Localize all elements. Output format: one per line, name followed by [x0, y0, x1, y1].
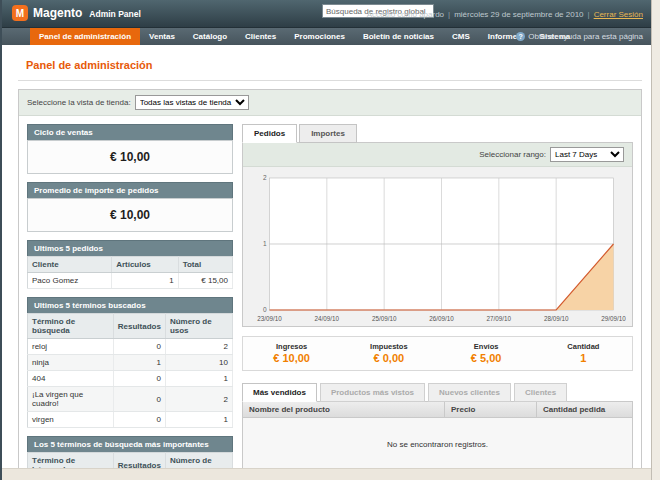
- page-footer: [2, 468, 651, 480]
- widget-title: Promedio de importe de pedidos: [27, 182, 233, 198]
- dashboard-main-panel: Pedidos Importes Seleccionar rango: Last…: [242, 124, 633, 471]
- tab-productos-mas-vistos[interactable]: Productos más vistos: [320, 383, 425, 402]
- widget-last-search-terms: Ultimos 5 términos buscados Término de b…: [27, 297, 233, 428]
- store-view-select[interactable]: Todas las vistas de tienda: [135, 95, 249, 110]
- widget-title: Ultimos 5 pedidos: [27, 240, 233, 256]
- col-header: Cantidad pedida: [536, 402, 632, 417]
- magento-logo-icon: M: [12, 5, 28, 21]
- nav-item-cms[interactable]: CMS: [443, 28, 479, 45]
- top-header: M Magento Admin Panel Accedió como apard…: [2, 0, 651, 28]
- title-bar: Panel de administración: [18, 53, 642, 81]
- tab-nuevos-clientes[interactable]: Nuevos clientes: [428, 383, 511, 402]
- nav-item-sales[interactable]: Ventas: [140, 28, 184, 45]
- stat-label: Cantidad: [535, 342, 632, 351]
- range-label: Seleccionar rango:: [479, 150, 546, 159]
- nav-item-catalog[interactable]: Catálogo: [184, 28, 236, 45]
- sales-cycle-value: € 10,00: [27, 140, 233, 174]
- widget-sales-cycle: Ciclo de ventas € 10,00: [27, 124, 233, 174]
- svg-text:24/09/10: 24/09/10: [315, 315, 340, 322]
- orders-chart: 01223/09/1024/09/1025/09/1026/09/1027/09…: [243, 167, 632, 326]
- range-select[interactable]: Last 7 Days: [550, 147, 624, 162]
- table-row[interactable]: ninja 1 10: [28, 355, 233, 371]
- stat-value: € 0,00: [340, 352, 437, 364]
- widget-last-orders: Ultimos 5 pedidos Cliente Artículos Tota…: [27, 240, 233, 289]
- svg-text:28/09/10: 28/09/10: [544, 315, 569, 322]
- stat-envios: Envíos € 5,00: [438, 342, 535, 364]
- col-header: Término de búsqueda: [28, 314, 114, 339]
- bottom-tabs: Más vendidos Productos más vistos Nuevos…: [242, 383, 633, 402]
- widget-title: Ciclo de ventas: [27, 124, 233, 140]
- separator: |: [588, 10, 590, 19]
- col-header: Resultados: [113, 314, 165, 339]
- stat-value: € 5,00: [438, 352, 535, 364]
- nav-item-customers[interactable]: Clientes: [236, 28, 285, 45]
- logout-link[interactable]: Cerrar Sesión: [594, 10, 643, 19]
- stat-label: Impuestos: [340, 342, 437, 351]
- avg-order-value: € 10,00: [27, 198, 233, 232]
- store-view-label: Seleccione la vista de tienda:: [27, 98, 131, 107]
- col-header: Precio: [444, 402, 536, 417]
- tab-clientes[interactable]: Clientes: [514, 383, 567, 402]
- nav-item-newsletter[interactable]: Boletín de noticias: [354, 28, 443, 45]
- col-header: Artículos: [112, 257, 179, 273]
- page-title: Panel de administración: [26, 59, 153, 71]
- stat-label: Ingresos: [243, 342, 340, 351]
- nav-item-dashboard[interactable]: Panel de administración: [30, 28, 140, 45]
- widget-avg-order: Promedio de importe de pedidos € 10,00: [27, 182, 233, 232]
- products-table-header: Nombre del producto Precio Cantidad pedi…: [243, 402, 632, 418]
- table-row[interactable]: ¡La virgen que cuadro! 0 2: [28, 387, 233, 412]
- magento-logo: M Magento Admin Panel: [12, 5, 141, 21]
- table-row[interactable]: 404 0 1: [28, 371, 233, 387]
- tab-pedidos[interactable]: Pedidos: [242, 124, 297, 143]
- svg-text:26/09/10: 26/09/10: [429, 315, 454, 322]
- logo-subtext: Admin Panel: [89, 9, 140, 19]
- col-header: Número de usos: [165, 314, 232, 339]
- svg-text:27/09/10: 27/09/10: [487, 315, 512, 322]
- logged-in-as: Accedió como apardo: [367, 10, 444, 19]
- admin-window: M Magento Admin Panel Accedió como apard…: [0, 0, 652, 480]
- col-header: Cliente: [28, 257, 112, 273]
- store-view-bar: Seleccione la vista de tienda: Todas las…: [19, 90, 641, 116]
- stat-value: € 10,00: [243, 352, 340, 364]
- separator: |: [448, 10, 450, 19]
- table-row[interactable]: reloj 0 2: [28, 339, 233, 355]
- widget-title: Ultimos 5 términos buscados: [27, 297, 233, 313]
- help-icon: ?: [516, 32, 525, 41]
- current-date: miércoles 29 de septiembre de 2010: [454, 10, 583, 19]
- help-label: Obtener ayuda para esta página: [528, 32, 643, 41]
- stat-ingresos: Ingresos € 10,00: [243, 342, 340, 364]
- left-widgets-column: Ciclo de ventas € 10,00 Promedio de impo…: [27, 124, 233, 480]
- products-table: Nombre del producto Precio Cantidad pedi…: [242, 401, 633, 471]
- table-row[interactable]: Paco Gomez 1 € 15,00: [28, 273, 233, 289]
- tab-importes[interactable]: Importes: [299, 124, 357, 143]
- empty-records-message: No se encontraron registros.: [243, 418, 632, 470]
- nav-item-promotions[interactable]: Promociones: [285, 28, 354, 45]
- svg-text:0: 0: [263, 306, 267, 313]
- orders-chart-svg: 01223/09/1024/09/1025/09/1026/09/1027/09…: [249, 172, 626, 324]
- svg-text:23/09/10: 23/09/10: [257, 315, 282, 322]
- col-header: Nombre del producto: [243, 402, 444, 417]
- range-bar: Seleccionar rango: Last 7 Days: [243, 143, 632, 167]
- table-row[interactable]: virgen 0 1: [28, 412, 233, 428]
- svg-text:1: 1: [263, 240, 267, 247]
- stat-impuestos: Impuestos € 0,00: [340, 342, 437, 364]
- totals-bar: Ingresos € 10,00 Impuestos € 0,00 Envíos…: [242, 336, 633, 371]
- tab-mas-vendidos[interactable]: Más vendidos: [242, 383, 317, 402]
- logo-text: Magento: [33, 6, 82, 20]
- svg-text:2: 2: [263, 174, 267, 181]
- stat-value: 1: [535, 352, 632, 364]
- get-help-link[interactable]: ? Obtener ayuda para esta página: [516, 28, 643, 45]
- widget-title: Los 5 términos de búsqueda más important…: [27, 436, 233, 452]
- dashboard-content: Seleccione la vista de tienda: Todas las…: [18, 89, 642, 480]
- chart-panel: Seleccionar rango: Last 7 Days 01223/09/…: [242, 142, 633, 327]
- stat-label: Envíos: [438, 342, 535, 351]
- chart-tabs: Pedidos Importes: [242, 124, 633, 143]
- header-user-info: Accedió como apardo | miércoles 29 de se…: [367, 0, 643, 28]
- main-nav: Panel de administración Ventas Catálogo …: [2, 28, 651, 45]
- svg-text:25/09/10: 25/09/10: [372, 315, 397, 322]
- stat-cantidad: Cantidad 1: [535, 342, 632, 364]
- col-header: Total: [178, 257, 232, 273]
- svg-text:29/09/10: 29/09/10: [601, 315, 626, 322]
